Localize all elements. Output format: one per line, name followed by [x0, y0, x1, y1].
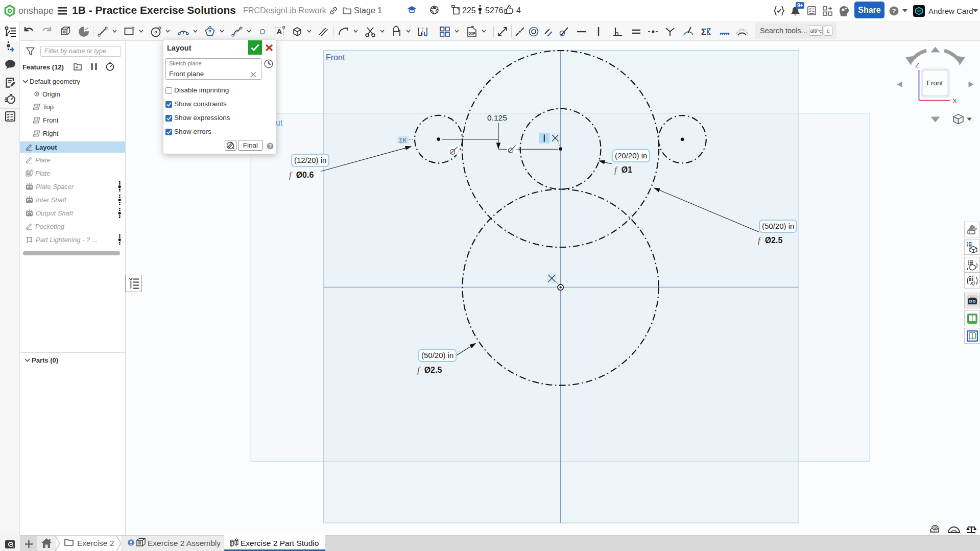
svg-text:x): x) — [970, 280, 975, 286]
svg-text:DXF: DXF — [469, 32, 475, 35]
svg-text:Σ: Σ — [701, 27, 706, 37]
svg-text:Front: Front — [927, 79, 943, 87]
svg-text:Front: Front — [326, 53, 345, 62]
svg-text:X: X — [952, 97, 957, 105]
svg-text:Z: Z — [915, 61, 919, 69]
svg-text:A: A — [277, 27, 282, 36]
svg-text:0.125: 0.125 — [487, 113, 507, 122]
svg-text:?: ? — [269, 143, 272, 149]
svg-text:?: ? — [892, 7, 896, 15]
svg-text:ut: ut — [276, 118, 283, 127]
svg-text:ΣК: ΣК — [399, 137, 407, 144]
